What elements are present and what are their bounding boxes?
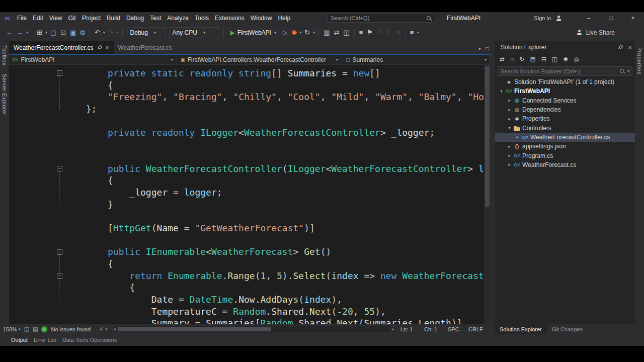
tree-item-solution-firstwebapi-1-of-1-project[interactable]: ◈Solution 'FirstWebAPI' (1 of 1 project) bbox=[495, 77, 635, 86]
undo-icon[interactable]: ↶ bbox=[93, 27, 102, 38]
navigate-forward-dropdown-icon[interactable]: ▾ bbox=[25, 30, 29, 35]
menu-view[interactable]: View bbox=[46, 12, 65, 24]
close-panel-icon[interactable]: × bbox=[628, 44, 632, 51]
close-tab-icon[interactable]: × bbox=[106, 44, 109, 51]
restart-icon[interactable]: ↻ bbox=[302, 27, 312, 38]
navigate-forward-icon[interactable]: → bbox=[15, 27, 25, 38]
menu-tools[interactable]: Tools bbox=[192, 12, 212, 24]
menu-test[interactable]: Test bbox=[147, 12, 164, 24]
tree-item-appsettings-json[interactable]: ▸{}appsettings.json bbox=[495, 142, 635, 151]
refresh-icon[interactable]: ↻ bbox=[519, 56, 524, 63]
hot-reload-icon[interactable] bbox=[291, 29, 297, 36]
bottom-tab-data-tools-operations[interactable]: Data Tools Operations bbox=[62, 337, 117, 343]
pin-tab-icon[interactable] bbox=[96, 44, 103, 51]
live-share-button[interactable]: Live Share bbox=[576, 24, 615, 41]
menu-edit[interactable]: Edit bbox=[30, 12, 46, 24]
line-operations-icon[interactable]: ≡ bbox=[357, 27, 365, 38]
pin-panel-icon[interactable] bbox=[617, 44, 624, 51]
expander-collapsed-icon[interactable]: ▸ bbox=[506, 162, 513, 167]
panel-tab-solution-explorer[interactable]: Solution Explorer bbox=[495, 324, 547, 334]
document-outline-icon[interactable]: ▤ bbox=[33, 326, 38, 332]
active-files-dropdown-icon[interactable]: ▾ bbox=[478, 46, 481, 51]
menu-project[interactable]: Project bbox=[79, 12, 104, 24]
nest-files-icon[interactable]: ▤ bbox=[530, 56, 535, 63]
toolbar-options-icon[interactable]: ≡ bbox=[408, 27, 416, 38]
menu-window[interactable]: Window bbox=[248, 12, 275, 24]
bottom-tab-output[interactable]: Output bbox=[11, 337, 28, 343]
solution-explorer-search-box[interactable]: Search Solution Explorer (Ctrl+;) ▾ bbox=[498, 66, 632, 76]
navbar-project-dropdown[interactable]: C# FirstWebAPI ▾ bbox=[9, 55, 177, 64]
expander-collapsed-icon[interactable]: ▸ bbox=[506, 98, 513, 103]
close-button[interactable]: × bbox=[622, 12, 644, 24]
tree-item-firstwebapi[interactable]: ▾C#FirstWebAPI bbox=[495, 86, 635, 96]
float-tab-icon[interactable]: □ bbox=[486, 46, 489, 51]
tree-item-program-cs[interactable]: ▸C#Program.cs bbox=[495, 151, 635, 160]
user-avatar-icon[interactable] bbox=[555, 15, 562, 22]
vertical-scrollbar-thumb[interactable] bbox=[485, 66, 490, 207]
navigate-backward-icon[interactable]: ← bbox=[4, 27, 15, 38]
preview-selected-items-icon[interactable]: ◎ bbox=[574, 56, 579, 63]
fold-collapse-marker[interactable]: − bbox=[57, 166, 62, 171]
solution-configurations-dropdown[interactable]: Debug ▾ bbox=[127, 27, 166, 38]
expander-collapsed-icon[interactable]: ▸ bbox=[506, 108, 513, 112]
expander-collapsed-icon[interactable]: ▸ bbox=[506, 153, 513, 158]
zoom-control[interactable]: 150% ▾ bbox=[3, 326, 21, 332]
horizontal-scrollbar-track[interactable] bbox=[117, 326, 391, 332]
tree-item-dependencies[interactable]: ▸▦Dependencies bbox=[495, 105, 635, 114]
panel-splitter[interactable] bbox=[491, 41, 495, 324]
menu-debug[interactable]: Debug bbox=[123, 12, 147, 24]
expander-collapsed-icon[interactable]: ▸ bbox=[506, 144, 513, 149]
start-without-debugging-icon[interactable]: ▷ bbox=[280, 29, 290, 36]
menu-file[interactable]: File bbox=[14, 12, 30, 24]
panel-tab-git-changes[interactable]: Git Changes bbox=[547, 324, 588, 334]
start-debugging-button[interactable]: ▶ FirstWebAPI ▾ bbox=[228, 29, 278, 36]
navbar-member-dropdown[interactable]: ▢ Summaries ▾ bbox=[342, 55, 491, 64]
open-file-icon[interactable]: ⊡ bbox=[58, 27, 68, 38]
tree-item-weatherforecast-cs[interactable]: ▸C#WeatherForecast.cs bbox=[495, 160, 635, 169]
scroll-left-icon[interactable]: ◂ bbox=[114, 327, 116, 331]
find-in-files-icon[interactable]: ⇄ bbox=[332, 27, 341, 38]
redo-dropdown-icon[interactable]: ▾ bbox=[116, 30, 120, 35]
expander-expanded-icon[interactable]: ▾ bbox=[498, 89, 505, 94]
navbar-type-dropdown[interactable]: ▣ FirstWebAPI.Controllers.WeatherForecas… bbox=[177, 55, 342, 64]
save-all-icon[interactable]: ⧉ bbox=[78, 27, 87, 38]
expander-expanded-icon[interactable]: ▾ bbox=[506, 126, 513, 130]
window-switch-dropdown-icon[interactable]: ▾ bbox=[44, 30, 48, 35]
fold-collapse-marker[interactable]: − bbox=[57, 70, 62, 76]
menu-build[interactable]: Build bbox=[104, 12, 123, 24]
scroll-right-icon[interactable]: ▸ bbox=[392, 327, 394, 331]
collapse-all-icon[interactable]: ⊟ bbox=[541, 56, 546, 63]
tab-weatherforecast-cs[interactable]: WeatherForecast.cs bbox=[114, 41, 177, 54]
solution-platforms-dropdown[interactable]: Any CPU ▾ bbox=[169, 27, 219, 38]
bottom-tab-error-list[interactable]: Error List bbox=[34, 337, 56, 343]
side-tab-server-explorer[interactable]: Server Explorer bbox=[2, 74, 8, 115]
editor-horizontal-scrollbar[interactable]: ◂ ▸ bbox=[114, 324, 394, 334]
home-icon[interactable]: ⌂ bbox=[510, 56, 514, 63]
fold-collapse-marker[interactable]: − bbox=[57, 273, 62, 279]
sync-with-active-document-icon[interactable]: ⇄ bbox=[500, 56, 505, 63]
new-file-icon[interactable]: ▢ bbox=[48, 27, 58, 38]
menu-help[interactable]: Help bbox=[275, 12, 293, 24]
code-cleanup-button[interactable]: ✓ ▾ bbox=[99, 326, 107, 332]
side-tab-properties[interactable]: Properties bbox=[636, 47, 642, 74]
profiler-icon[interactable]: ▥ bbox=[321, 27, 332, 38]
health-indicator-icon[interactable]: ✓ bbox=[41, 326, 47, 332]
bookmark-icon[interactable]: ⚑ bbox=[365, 27, 375, 38]
tree-item-controllers[interactable]: ▾Controllers bbox=[495, 123, 635, 132]
tree-item-weatherforecastcontroller-cs[interactable]: ▸C#WeatherForecastController.cs bbox=[495, 133, 635, 142]
sign-in-link[interactable]: Sign in bbox=[534, 15, 551, 21]
horizontal-scrollbar-thumb[interactable] bbox=[118, 327, 271, 331]
minimize-button[interactable]: – bbox=[578, 12, 600, 24]
editor-vertical-scrollbar[interactable] bbox=[484, 65, 491, 324]
expander-collapsed-icon[interactable]: ▸ bbox=[514, 135, 521, 139]
save-icon[interactable]: ▣ bbox=[68, 27, 78, 38]
menu-git[interactable]: Git bbox=[65, 12, 79, 24]
menu-analyze[interactable]: Analyze bbox=[164, 12, 192, 24]
code-editor[interactable]: −−−− private static readonly string[] Su… bbox=[9, 65, 491, 324]
hot-reload-dropdown-icon[interactable]: ▾ bbox=[298, 30, 302, 35]
maximize-button[interactable]: □ bbox=[600, 12, 622, 24]
split-view-icon[interactable]: ◫ bbox=[24, 326, 29, 332]
tree-item-properties[interactable]: ▸✱Properties bbox=[495, 114, 635, 123]
quick-search-box[interactable]: Search (Ctrl+Q) bbox=[327, 14, 435, 23]
side-tab-toolbox[interactable]: Toolbox bbox=[2, 45, 8, 66]
